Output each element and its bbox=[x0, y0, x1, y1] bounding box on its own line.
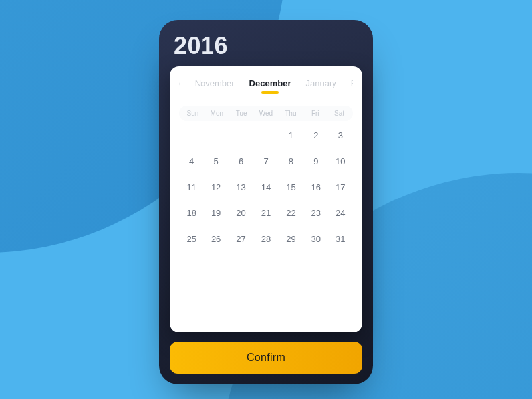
day-cell[interactable]: 25 bbox=[179, 234, 203, 244]
day-cell[interactable]: 12 bbox=[203, 182, 228, 192]
weekday-label: Tue bbox=[229, 110, 254, 117]
day-cell[interactable]: 18 bbox=[179, 208, 203, 218]
day-cell[interactable]: 4 bbox=[179, 156, 203, 166]
month-next[interactable]: January bbox=[305, 78, 336, 88]
day-cell[interactable]: 5 bbox=[203, 156, 228, 166]
month-scroller[interactable]: er November December January Febr bbox=[179, 78, 353, 88]
day-cell[interactable]: 15 bbox=[279, 182, 303, 192]
day-cell[interactable]: 9 bbox=[303, 156, 328, 166]
month-prev[interactable]: November bbox=[195, 78, 235, 88]
day-cell[interactable]: 22 bbox=[279, 208, 303, 218]
day-empty bbox=[179, 130, 203, 140]
weekday-label: Mon bbox=[205, 110, 229, 117]
year-label[interactable]: 2016 bbox=[170, 32, 362, 60]
day-cell[interactable]: 31 bbox=[329, 234, 353, 244]
day-cell[interactable]: 6 bbox=[229, 156, 253, 166]
day-cell[interactable]: 21 bbox=[253, 208, 278, 218]
day-cell[interactable]: 16 bbox=[303, 182, 328, 192]
day-cell[interactable]: 28 bbox=[253, 234, 278, 244]
day-empty bbox=[253, 130, 278, 140]
day-cell[interactable]: 1 bbox=[279, 130, 303, 140]
day-empty bbox=[203, 130, 228, 140]
weekday-header: SunMonTueWedThuFriSat bbox=[179, 106, 353, 121]
day-cell[interactable]: 11 bbox=[179, 182, 203, 192]
day-empty bbox=[229, 130, 253, 140]
day-grid: 1234567891011121314151617181920212223242… bbox=[179, 130, 353, 326]
day-cell[interactable]: 27 bbox=[229, 234, 253, 244]
day-cell[interactable]: 24 bbox=[329, 208, 353, 218]
day-cell[interactable]: 20 bbox=[229, 208, 253, 218]
day-cell[interactable]: 8 bbox=[279, 156, 303, 166]
month-partial-right: Febr bbox=[351, 78, 353, 88]
day-cell[interactable]: 30 bbox=[303, 234, 328, 244]
day-cell[interactable]: 10 bbox=[329, 156, 353, 166]
calendar-sheet: er November December January Febr SunMon… bbox=[170, 66, 362, 332]
day-cell[interactable]: 23 bbox=[303, 208, 328, 218]
day-cell[interactable]: 13 bbox=[229, 182, 253, 192]
month-partial-left: er bbox=[179, 78, 180, 88]
month-current[interactable]: December bbox=[249, 78, 291, 88]
day-cell[interactable]: 3 bbox=[329, 130, 353, 140]
weekday-label: Thu bbox=[278, 110, 303, 117]
weekday-label: Wed bbox=[254, 110, 279, 117]
day-cell[interactable]: 29 bbox=[279, 234, 303, 244]
confirm-button[interactable]: Confirm bbox=[170, 342, 362, 374]
weekday-label: Sun bbox=[180, 110, 205, 117]
weekday-label: Fri bbox=[303, 110, 327, 117]
day-cell[interactable]: 17 bbox=[329, 182, 353, 192]
day-cell[interactable]: 19 bbox=[203, 208, 228, 218]
day-cell[interactable]: 26 bbox=[203, 234, 228, 244]
day-cell[interactable]: 14 bbox=[253, 182, 278, 192]
weekday-label: Sat bbox=[327, 110, 352, 117]
day-cell[interactable]: 7 bbox=[253, 156, 278, 166]
day-cell[interactable]: 2 bbox=[303, 130, 328, 140]
datepicker-card: 2016 er November December January Febr S… bbox=[159, 20, 373, 384]
